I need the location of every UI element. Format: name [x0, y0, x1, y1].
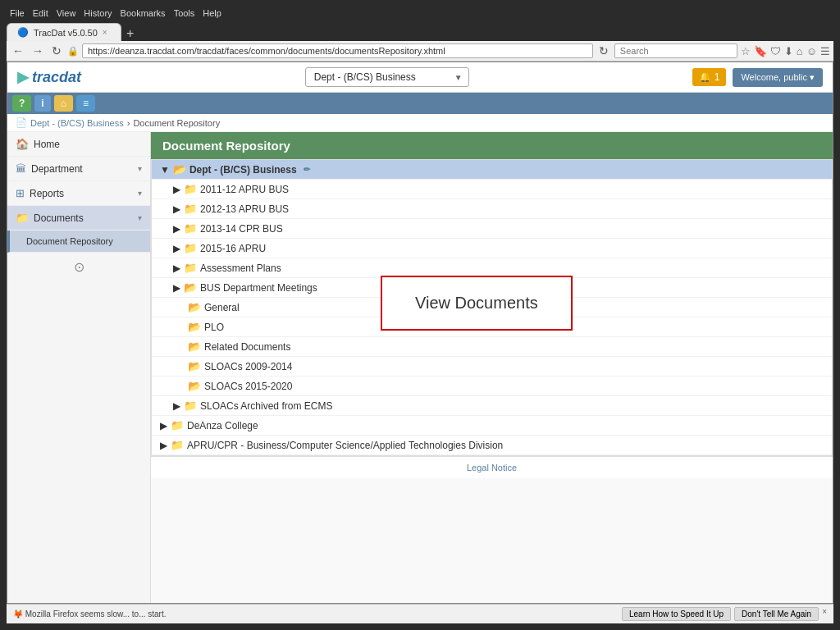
tree-row[interactable]: ▶ 📁 2013-14 CPR BUS — [152, 219, 832, 239]
sidebar-collapse-btn[interactable]: ⊙ — [7, 253, 150, 281]
refresh-btn[interactable]: ↻ — [596, 44, 611, 57]
tree-row[interactable]: 📂 Related Documents — [152, 337, 832, 357]
help-btn[interactable]: ? — [12, 95, 31, 112]
tree-row-label: PLO — [204, 322, 224, 333]
tree-row-label: 2013-14 CPR BUS — [200, 223, 283, 235]
settings-btn[interactable]: ≡ — [76, 95, 95, 112]
tree-arrow-icon: ▶ — [173, 203, 180, 215]
sidebar-item-documents[interactable]: 📁 Documents ▾ — [7, 206, 150, 231]
menu-file[interactable]: File — [10, 8, 25, 18]
tree-row-label: General — [204, 302, 240, 313]
tree-row[interactable]: ▶ 📁 DeAnza College — [152, 416, 832, 436]
forward-btn[interactable]: → — [30, 44, 46, 57]
home-icon[interactable]: ⌂ — [797, 45, 803, 57]
menu-bookmarks[interactable]: Bookmarks — [121, 8, 166, 18]
folder-icon: 📁 — [184, 203, 197, 215]
tree-row[interactable]: 📂 SLOACs 2015-2020 — [152, 377, 832, 396]
tree-arrow-icon: ▶ — [160, 420, 167, 431]
content-area: Document Repository ▼ 📂 Dept - (B/CS) Bu… — [151, 132, 833, 603]
tree-row[interactable]: 📂 SLOACs 2009-2014 — [152, 357, 832, 377]
tree-row-label: Related Documents — [204, 341, 290, 353]
folder-open-icon: 📂 — [188, 360, 201, 372]
content-inner: Document Repository ▼ 📂 Dept - (B/CS) Bu… — [151, 132, 833, 478]
tree-row[interactable]: ▶ 📁 APRU/CPR - Business/Computer Science… — [152, 436, 832, 455]
smiley-icon[interactable]: ☺ — [806, 45, 817, 57]
sidebar-item-doc-repository[interactable]: Document Repository — [7, 231, 150, 253]
dept-select[interactable]: Dept - (B/CS) Business — [305, 67, 469, 87]
tab-close-btn[interactable]: × — [103, 28, 107, 37]
info-btn[interactable]: i — [34, 95, 50, 112]
legal-notice-link[interactable]: Legal Notice — [467, 463, 517, 472]
tree-row[interactable]: ▶ 📁 2011-12 APRU BUS — [152, 180, 832, 199]
user-menu-btn[interactable]: Welcome, public ▾ — [733, 68, 823, 87]
app-logo: ▶ tracdat — [17, 68, 81, 86]
sidebar-item-reports[interactable]: ⊞ Reports ▾ — [7, 181, 150, 206]
tree-row[interactable]: ▶ 📁 2012-13 APRU BUS — [152, 199, 832, 219]
tree-row[interactable]: ▶ 📁 SLOACs Archived from ECMS — [152, 396, 832, 416]
edit-icon[interactable]: ✏ — [304, 165, 310, 174]
bookmark-star-icon[interactable]: ☆ — [741, 45, 751, 57]
search-input[interactable] — [614, 43, 737, 58]
tree-row-label: 2011-12 APRU BUS — [200, 184, 289, 195]
tree-arrow-icon: ▶ — [173, 282, 180, 294]
new-tab-btn[interactable]: + — [121, 26, 139, 41]
tab-label: TracDat v5.0.50 — [34, 28, 98, 38]
status-close-btn[interactable]: × — [822, 607, 827, 621]
tree-row-label: Assessment Plans — [200, 262, 281, 274]
app-toolbar: ? i ⌂ ≡ — [7, 93, 833, 114]
collapse-icon: ⊙ — [74, 260, 84, 274]
firefox-slow-message: 🦊 Mozilla Firefox seems slow... to... st… — [13, 609, 167, 619]
shield-icon[interactable]: 🛡 — [770, 45, 781, 57]
tree-row-label: Dept - (B/CS) Business — [189, 164, 297, 176]
sidebar-item-documents-label: Documents — [34, 212, 84, 224]
reports-icon: ⊞ — [16, 187, 25, 199]
reports-chevron-icon: ▾ — [138, 189, 142, 198]
menu-view[interactable]: View — [57, 8, 76, 18]
folder-open-icon: 📂 — [184, 281, 197, 294]
sidebar-item-reports-label: Reports — [30, 188, 64, 199]
notifications-btn[interactable]: 🔔 1 — [692, 68, 726, 86]
tree-arrow-icon: ▶ — [173, 184, 180, 195]
tree-row-label: 2012-13 APRU BUS — [200, 203, 289, 215]
breadcrumb-dept[interactable]: Dept - (B/CS) Business — [30, 118, 124, 128]
address-input[interactable] — [82, 43, 593, 58]
bookmark-icon[interactable]: 🔖 — [754, 45, 767, 57]
status-bar: 🦊 Mozilla Firefox seems slow... to... st… — [7, 604, 833, 623]
ssl-lock-icon: 🔒 — [67, 46, 79, 57]
doc-repo-title: Document Repository — [162, 139, 290, 153]
download-icon[interactable]: ⬇ — [784, 45, 793, 57]
header-center: Dept - (B/CS) Business ▼ — [305, 67, 469, 87]
tree-row-label: APRU/CPR - Business/Computer Science/App… — [187, 440, 503, 451]
breadcrumb-current: Document Repository — [133, 118, 220, 128]
sidebar-item-doc-repo-label: Document Repository — [26, 236, 113, 246]
folder-icon: 📁 — [184, 262, 197, 274]
department-chevron-icon: ▾ — [138, 164, 142, 173]
sidebar-item-department-label: Department — [31, 163, 83, 175]
speed-up-btn[interactable]: Learn How to Speed It Up — [622, 607, 731, 621]
menu-icon[interactable]: ☰ — [820, 45, 830, 57]
tab-favicon: 🔵 — [17, 27, 29, 38]
menu-edit[interactable]: Edit — [33, 8, 48, 18]
browser-tab[interactable]: 🔵 TracDat v5.0.50 × — [7, 23, 121, 41]
menu-history[interactable]: History — [84, 8, 112, 18]
sidebar-item-home[interactable]: 🏠 Home — [7, 132, 150, 157]
documents-chevron-icon: ▾ — [138, 213, 142, 222]
reload-btn[interactable]: ↻ — [49, 44, 64, 57]
home-toolbar-btn[interactable]: ⌂ — [54, 95, 73, 112]
back-btn[interactable]: ← — [10, 44, 26, 57]
app-container: ▶ tracdat Dept - (B/CS) Business ▼ 🔔 1 W… — [7, 62, 833, 604]
breadcrumb-separator: › — [127, 118, 130, 128]
dont-tell-btn[interactable]: Don't Tell Me Again — [734, 607, 819, 621]
sidebar-item-home-label: Home — [34, 139, 60, 150]
browser-menu-bar: File Edit View History Bookmarks Tools H… — [7, 7, 833, 20]
tree-row[interactable]: ▼ 📂 Dept - (B/CS) Business ✏ — [152, 160, 832, 180]
menu-help[interactable]: Help — [203, 8, 221, 18]
tree-arrow-icon: ▶ — [160, 440, 167, 451]
documents-icon: 📁 — [16, 212, 29, 224]
menu-tools[interactable]: Tools — [174, 8, 195, 18]
doc-repo-header: Document Repository — [151, 132, 833, 159]
logo-text: tracdat — [32, 69, 81, 86]
sidebar-item-department[interactable]: 🏛 Department ▾ — [7, 157, 150, 181]
tree-row[interactable]: ▶ 📁 2015-16 APRU — [152, 239, 832, 258]
folder-open-icon: 📂 — [188, 340, 201, 353]
